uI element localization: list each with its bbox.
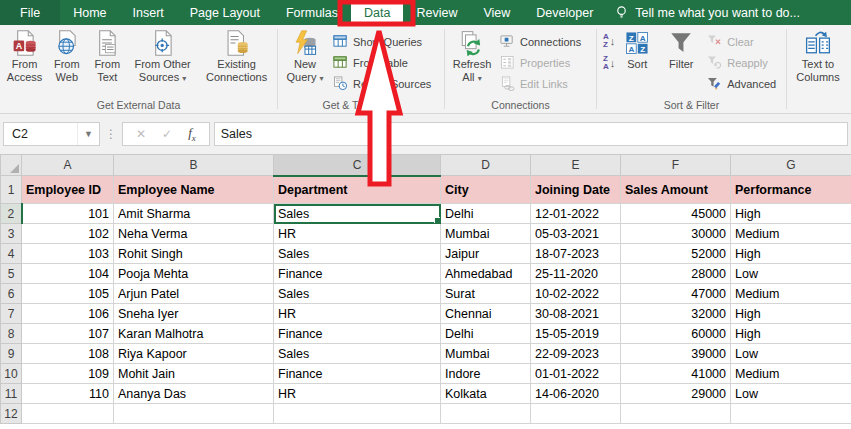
row-header-10[interactable]: 10	[1, 364, 22, 384]
cell-E9[interactable]: 22-09-2023	[531, 344, 621, 364]
cell-E10[interactable]: 01-01-2022	[531, 364, 621, 384]
cell-A4[interactable]: 103	[22, 244, 114, 264]
cell-G1[interactable]: Performance	[731, 176, 851, 204]
filter-button[interactable]: Filter	[658, 28, 704, 72]
cell-E3[interactable]: 05-03-2021	[531, 224, 621, 244]
column-header-C[interactable]: C	[274, 155, 441, 176]
cell-B2[interactable]: Amit Sharma	[114, 204, 274, 224]
cell-F5[interactable]: 28000	[621, 264, 731, 284]
column-header-E[interactable]: E	[531, 155, 621, 176]
cell-D9[interactable]: Mumbai	[441, 344, 531, 364]
formula-input[interactable]: Sales	[214, 122, 848, 146]
cell-A7[interactable]: 106	[22, 304, 114, 324]
cell-E11[interactable]: 14-06-2020	[531, 384, 621, 404]
cell-A9[interactable]: 108	[22, 344, 114, 364]
cell-C2[interactable]: Sales	[274, 204, 441, 224]
cell-G7[interactable]: High	[731, 304, 851, 324]
cell-C3[interactable]: HR	[274, 224, 441, 244]
cell-B3[interactable]: Neha Verma	[114, 224, 274, 244]
cell-B5[interactable]: Pooja Mehta	[114, 264, 274, 284]
recent-sources-button[interactable]: Recent Sources	[333, 73, 431, 94]
tab-review[interactable]: Review	[403, 0, 470, 25]
cell-F8[interactable]: 60000	[621, 324, 731, 344]
show-queries-button[interactable]: Show Queries	[333, 31, 431, 52]
cell-F10[interactable]: 41000	[621, 364, 731, 384]
cell-F3[interactable]: 30000	[621, 224, 731, 244]
cell-A11[interactable]: 110	[22, 384, 114, 404]
name-box[interactable]: C2 ▼	[3, 122, 100, 146]
cell-F9[interactable]: 39000	[621, 344, 731, 364]
cell-D10[interactable]: Indore	[441, 364, 531, 384]
connections-button[interactable]: Connections	[500, 31, 581, 52]
from-table-button[interactable]: From Table	[333, 52, 431, 73]
cell-D4[interactable]: Jaipur	[441, 244, 531, 264]
cell-G4[interactable]: High	[731, 244, 851, 264]
cell-D6[interactable]: Surat	[441, 284, 531, 304]
cell-G5[interactable]: Low	[731, 264, 851, 284]
cell-E1[interactable]: Joining Date	[531, 176, 621, 204]
cell-F12[interactable]	[621, 404, 731, 424]
cell-A6[interactable]: 105	[22, 284, 114, 304]
cell-A1[interactable]: Employee ID	[22, 176, 114, 204]
cell-E2[interactable]: 12-01-2022	[531, 204, 621, 224]
tab-page-layout[interactable]: Page Layout	[177, 0, 273, 25]
row-header-11[interactable]: 11	[1, 384, 22, 404]
cell-F11[interactable]: 29000	[621, 384, 731, 404]
cell-B6[interactable]: Arjun Patel	[114, 284, 274, 304]
cell-C1[interactable]: Department	[274, 176, 441, 204]
tab-insert[interactable]: Insert	[120, 0, 177, 25]
cell-G3[interactable]: Medium	[731, 224, 851, 244]
column-header-F[interactable]: F	[621, 155, 731, 176]
cell-G8[interactable]: High	[731, 324, 851, 344]
name-box-dropdown-icon[interactable]: ▼	[77, 123, 99, 145]
row-header-7[interactable]: 7	[1, 304, 22, 324]
cell-E12[interactable]	[531, 404, 621, 424]
cell-D7[interactable]: Chennai	[441, 304, 531, 324]
cell-G11[interactable]: Low	[731, 384, 851, 404]
cell-A3[interactable]: 102	[22, 224, 114, 244]
cell-B10[interactable]: Mohit Jain	[114, 364, 274, 384]
select-all-corner[interactable]	[1, 155, 22, 176]
tab-file[interactable]: File	[0, 0, 60, 25]
properties-button[interactable]: Properties	[500, 52, 581, 73]
cell-C5[interactable]: Finance	[274, 264, 441, 284]
row-header-6[interactable]: 6	[1, 284, 22, 304]
row-header-8[interactable]: 8	[1, 324, 22, 344]
existing-connections-button[interactable]: Existing Connections	[198, 28, 275, 85]
refresh-all-button[interactable]: Refresh All ▾	[447, 28, 497, 85]
cell-E6[interactable]: 10-02-2022	[531, 284, 621, 304]
tab-view[interactable]: View	[470, 0, 523, 25]
from-text-button[interactable]: From Text	[87, 28, 128, 85]
row-header-12[interactable]: 12	[1, 404, 22, 424]
tab-home[interactable]: Home	[60, 0, 119, 25]
cell-F6[interactable]: 47000	[621, 284, 731, 304]
cell-C4[interactable]: Sales	[274, 244, 441, 264]
column-header-A[interactable]: A	[22, 155, 114, 176]
cell-G9[interactable]: Low	[731, 344, 851, 364]
reapply-filter-button[interactable]: Reapply	[707, 52, 776, 73]
cell-A10[interactable]: 109	[22, 364, 114, 384]
cell-A2[interactable]: 101	[22, 204, 114, 224]
tab-formulas[interactable]: Formulas	[273, 0, 351, 25]
advanced-filter-button[interactable]: Advanced	[707, 73, 776, 94]
cell-D8[interactable]: Delhi	[441, 324, 531, 344]
cell-F2[interactable]: 45000	[621, 204, 731, 224]
row-header-5[interactable]: 5	[1, 264, 22, 284]
tab-developer[interactable]: Developer	[523, 0, 606, 25]
enter-icon[interactable]: ✓	[162, 127, 172, 141]
row-header-3[interactable]: 3	[1, 224, 22, 244]
row-header-4[interactable]: 4	[1, 244, 22, 264]
cell-C12[interactable]	[274, 404, 441, 424]
cell-B9[interactable]: Riya Kapoor	[114, 344, 274, 364]
cell-B12[interactable]	[114, 404, 274, 424]
cell-E4[interactable]: 18-07-2023	[531, 244, 621, 264]
cell-B11[interactable]: Ananya Das	[114, 384, 274, 404]
cell-A8[interactable]: 107	[22, 324, 114, 344]
sort-descending-button[interactable]: ZA↓	[603, 55, 615, 71]
cell-C9[interactable]: Sales	[274, 344, 441, 364]
cell-B4[interactable]: Rohit Singh	[114, 244, 274, 264]
cell-G2[interactable]: High	[731, 204, 851, 224]
row-header-2[interactable]: 2	[1, 204, 22, 224]
from-web-button[interactable]: From Web	[47, 28, 86, 85]
cell-D1[interactable]: City	[441, 176, 531, 204]
